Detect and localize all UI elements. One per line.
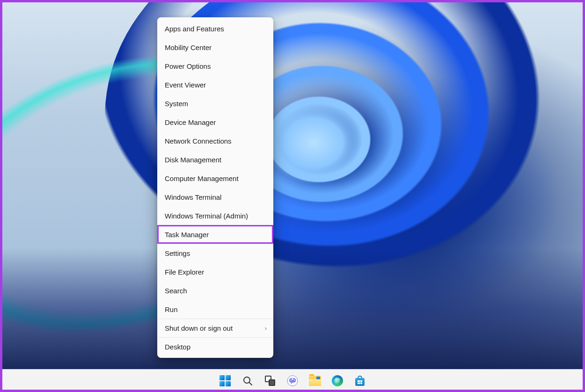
annotation-frame	[0, 0, 585, 392]
menu-item-task-manager[interactable]: Task Manager	[157, 225, 273, 244]
menu-item-label: Task Manager	[165, 231, 209, 239]
